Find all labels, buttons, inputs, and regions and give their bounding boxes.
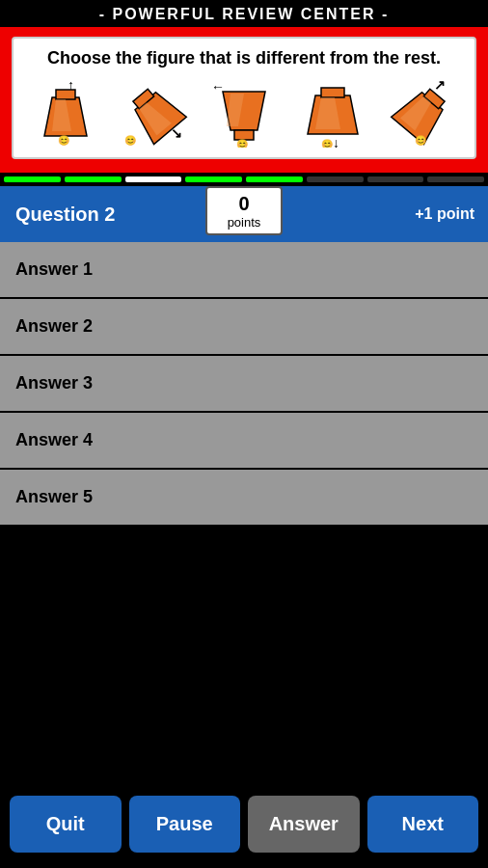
progress-seg-8 xyxy=(427,176,484,182)
progress-seg-3 xyxy=(125,176,182,182)
figure-2-svg: ↘ 😊 xyxy=(121,78,190,148)
answer-1-button[interactable]: Answer 1 xyxy=(0,242,488,299)
figures-row: ↑ 😊 xyxy=(21,78,467,148)
svg-text:😊: 😊 xyxy=(415,134,427,147)
quiz-image-area: Choose the figure that is different from… xyxy=(0,27,488,173)
svg-text:😊: 😊 xyxy=(58,134,70,147)
svg-text:↗: ↗ xyxy=(434,78,446,93)
answer-3-button[interactable]: Answer 3 xyxy=(0,356,488,413)
figure-3[interactable]: ← 😊 xyxy=(205,78,283,148)
progress-seg-5 xyxy=(246,176,303,182)
points-badge: 0 points xyxy=(205,186,283,235)
next-button[interactable]: Next xyxy=(367,796,479,853)
app-title: - POWERFUL REVIEW CENTER - xyxy=(99,6,390,22)
app-header: - POWERFUL REVIEW CENTER - xyxy=(0,0,488,27)
answer-2-button[interactable]: Answer 2 xyxy=(0,299,488,356)
figure-4[interactable]: ↓ 😊 xyxy=(294,78,371,148)
figure-4-svg: ↓ 😊 xyxy=(298,78,367,148)
figure-1-svg: ↑ 😊 xyxy=(31,78,100,148)
answer-4-button[interactable]: Answer 4 xyxy=(0,413,488,470)
svg-text:↘: ↘ xyxy=(171,125,182,141)
svg-text:😊: 😊 xyxy=(321,138,334,148)
answers-area: Answer 1 Answer 2 Answer 3 Answer 4 Answ… xyxy=(0,242,488,527)
figure-5-svg: ↗ 😊 xyxy=(388,78,457,148)
progress-bar-area xyxy=(0,173,488,186)
figure-5[interactable]: ↗ 😊 xyxy=(384,78,461,148)
pause-button[interactable]: Pause xyxy=(129,796,241,853)
svg-rect-16 xyxy=(321,88,344,97)
question-bar: Question 2 0 points +1 point xyxy=(0,186,488,242)
progress-seg-1 xyxy=(4,176,61,182)
svg-text:↓: ↓ xyxy=(333,135,339,148)
answer-button[interactable]: Answer xyxy=(248,796,360,853)
quit-button[interactable]: Quit xyxy=(10,796,122,853)
points-label: points xyxy=(221,215,267,230)
progress-seg-4 xyxy=(185,176,242,182)
points-value: 0 xyxy=(221,192,267,215)
bottom-bar: Quit Pause Answer Next xyxy=(0,782,488,868)
svg-text:😊: 😊 xyxy=(124,134,137,147)
progress-seg-6 xyxy=(307,176,364,182)
quiz-question-text: Choose the figure that is different from… xyxy=(21,48,467,68)
answer-5-button[interactable]: Answer 5 xyxy=(0,470,488,527)
point-increment: +1 point xyxy=(401,186,488,242)
question-label: Question 2 xyxy=(0,186,401,242)
figure-2[interactable]: ↘ 😊 xyxy=(117,78,194,148)
progress-seg-2 xyxy=(65,176,122,182)
quiz-card: Choose the figure that is different from… xyxy=(12,37,476,159)
figure-3-svg: ← 😊 xyxy=(209,78,279,148)
figure-1[interactable]: ↑ 😊 xyxy=(27,78,104,148)
svg-text:😊: 😊 xyxy=(236,138,249,148)
svg-rect-2 xyxy=(56,90,75,99)
progress-seg-7 xyxy=(367,176,424,182)
